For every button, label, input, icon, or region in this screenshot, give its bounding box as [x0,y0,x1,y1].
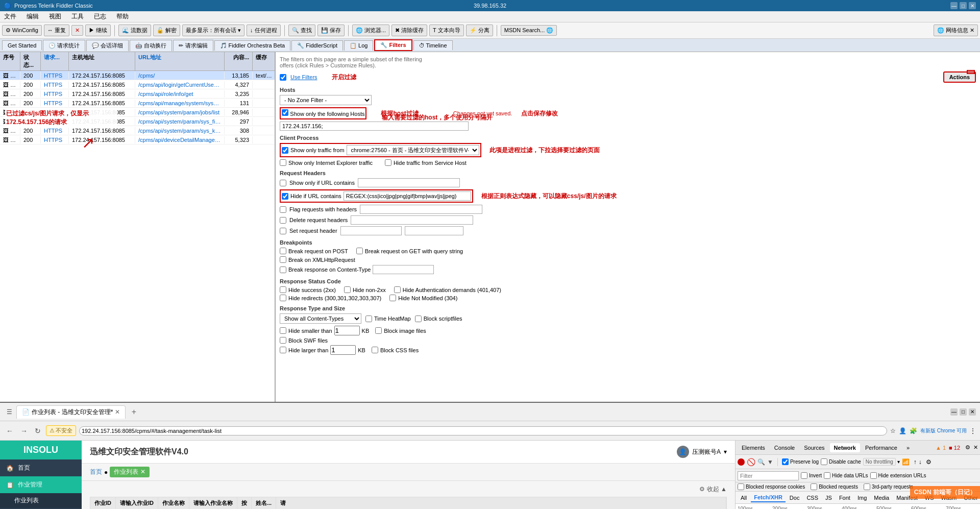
hide-success-checkbox[interactable] [280,286,286,293]
blocked-requests-checkbox[interactable] [811,483,817,490]
user-menu-arrow[interactable]: ▾ [724,448,727,455]
third-party-checkbox[interactable] [864,483,870,490]
zone-filter-select[interactable]: - No Zone Filter - [280,95,372,105]
time-heatmap-checkbox[interactable] [365,316,372,322]
devtools-settings-btn[interactable]: ⚙ [965,444,970,451]
browser-minimize-btn[interactable]: — [950,408,958,416]
session-row[interactable]: 🖼 279 200 HTTPS 172.24.157.156:8085 /cpm… [0,135,275,144]
devtools-net-tab-fetchxhr[interactable]: Fetch/XHR [751,493,786,502]
show-traffic-checkbox[interactable] [282,147,288,154]
hide-url-checkbox[interactable] [282,193,288,200]
hide-data-urls-checkbox[interactable] [824,472,830,479]
new-tab-btn[interactable]: + [128,406,140,418]
save-btn[interactable]: 💾 保存 [317,25,345,36]
menu-view[interactable]: 视图 [47,11,63,22]
menu-file[interactable]: 文件 [2,11,18,22]
hide-not-modified-checkbox[interactable] [389,295,396,301]
tab-filters[interactable]: 🔧 Filters [374,39,412,51]
devtools-settings-icon[interactable]: ⚙ [926,458,932,466]
tab-request-edit[interactable]: ✏ 请求编辑 [173,40,213,51]
address-bar-input[interactable] [79,426,887,435]
block-css-checkbox[interactable] [372,347,378,353]
hide-url-regex-input[interactable] [344,191,471,201]
menu-edit[interactable]: 编辑 [24,11,41,22]
show-only-url-input[interactable] [358,178,460,187]
set-header-name-input[interactable] [340,226,402,235]
hide-service-checkbox[interactable] [385,159,391,166]
devtools-net-tab-media[interactable]: Media [871,494,892,502]
sidebar-item-job-list[interactable]: 作业列表 [0,493,82,508]
browser-btn[interactable]: 🌐 浏览器... [352,25,389,36]
profile-icon[interactable]: 👤 [899,427,906,434]
sidebar-item-home[interactable]: 🏠 首页 [0,459,82,476]
forward-btn[interactable]: → [18,425,30,437]
invert-checkbox[interactable] [801,472,807,479]
set-header-value-input[interactable] [405,226,463,235]
blocked-cookies-checkbox[interactable] [738,483,744,490]
session-row[interactable]: 🖼 239 200 HTTPS 172.24.157.156:8085 /cpm… [0,71,275,80]
menu-tools[interactable]: 工具 [69,11,86,22]
anyprocess-btn[interactable]: ↓ 任何进程 [247,25,281,36]
collapse-icon[interactable]: ⚙ 收起 ▲ [699,485,727,494]
flag-headers-checkbox[interactable] [280,206,286,213]
break-get-checkbox[interactable] [356,248,363,254]
hide-redirects-checkbox[interactable] [280,295,286,301]
hide-auth-checkbox[interactable] [394,286,401,293]
split-btn[interactable]: ⚡ 分离 [466,25,493,36]
devtools-filter-input[interactable] [738,471,799,480]
tab-orchestra[interactable]: 🎵 Fiddler Orchestra Beta [214,40,291,51]
flag-headers-input[interactable] [360,205,482,214]
devtools-tab-elements[interactable]: Elements [738,443,769,452]
devtools-net-tab-doc[interactable]: Doc [787,494,803,502]
browser-menu-btn[interactable]: ☰ [4,408,14,416]
clear-cache-btn[interactable]: ✖ 清除缓存 [391,25,427,36]
delete-headers-input[interactable] [351,215,473,225]
hide-non2xx-checkbox[interactable] [344,286,351,293]
msdn-search-btn[interactable]: MSDN Search... 🌐 [501,25,557,36]
back-btn[interactable]: ← [4,425,15,437]
tab-fiddlerscript[interactable]: 🔧 FiddlerScript [291,40,343,51]
text-wizard-btn[interactable]: T 文本向导 [429,25,464,36]
bookmark-icon[interactable]: ☆ [890,427,896,434]
devtools-close-btn[interactable]: ✕ [973,444,978,451]
devtools-net-tab-js[interactable]: JS [822,494,835,502]
chrome-menu-icon[interactable]: ⋮ [970,427,976,434]
session-row[interactable]: 🖼 273 200 HTTPS 172.24.157.156:8085 /cpm… [0,99,275,108]
show-only-url-checkbox[interactable] [280,180,286,186]
tab-auto-wrap[interactable]: 🤖 自动换行 [130,40,172,51]
clear-btn[interactable]: 🚫 [747,458,755,466]
devtools-tab-performance[interactable]: Performance [861,443,901,452]
host-filter-input[interactable] [280,122,469,131]
find-btn[interactable]: 🔍 查找 [288,25,315,36]
throttling-label[interactable]: No throttling [863,458,896,466]
maxsessions-btn[interactable]: 最多显示：所有会话 ▾ [182,25,244,36]
devtools-tab-network[interactable]: Network [830,443,860,452]
block-images-checkbox[interactable] [375,327,382,334]
close-btn[interactable]: ✕ [969,2,976,9]
block-scripts-checkbox[interactable] [415,316,422,322]
winconfig-btn[interactable]: ⚙ WinConfig [2,25,42,36]
break-content-checkbox[interactable] [280,266,286,273]
menu-log[interactable]: 已志 [92,11,108,22]
extensions-icon[interactable]: 🧩 [910,427,917,434]
hide-smaller-checkbox[interactable] [280,327,286,334]
devtools-more-tabs[interactable]: » [902,443,914,452]
remove-btn[interactable]: ✕ [71,25,83,36]
break-xml-checkbox[interactable] [280,256,286,263]
devtools-tab-console[interactable]: Console [770,443,799,452]
network-info-btn[interactable]: 🌐 网络信息 ✕ [934,25,978,36]
tab-get-started[interactable]: Get Started [2,40,42,50]
menu-help[interactable]: 帮助 [114,11,131,22]
session-row[interactable]: 🖼 270 200 HTTPS 172.24.157.156:8085 /cpm… [0,89,275,99]
browser-tab[interactable]: 📄 作业列表 - 迅维文印安全管理* ✕ [16,405,126,419]
set-header-checkbox[interactable] [280,228,286,234]
browser-close-btn[interactable]: ✕ [969,408,976,416]
devtools-net-tab-font[interactable]: Font [836,494,853,502]
break-post-checkbox[interactable] [280,248,286,254]
window-controls[interactable]: — □ ✕ [950,2,976,9]
hide-extension-urls-checkbox[interactable] [870,472,877,479]
show-only-hosts-checkbox[interactable] [282,109,288,116]
devtools-net-tab-all[interactable]: All [738,494,750,502]
disable-cache-checkbox[interactable] [821,458,827,465]
tab-request-stats[interactable]: 🕒 请求统计 [43,40,85,51]
